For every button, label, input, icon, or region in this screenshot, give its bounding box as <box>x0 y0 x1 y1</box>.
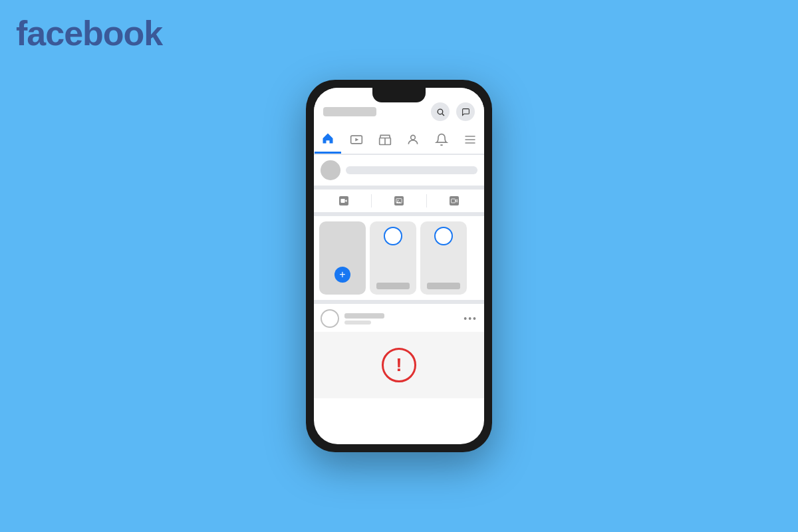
post-user-details <box>344 313 384 325</box>
messenger-icon[interactable] <box>456 102 475 121</box>
search-icon[interactable] <box>431 102 450 121</box>
stories-section: + <box>314 216 484 304</box>
story-card-1[interactable] <box>370 221 416 295</box>
nav-marketplace[interactable] <box>372 129 398 153</box>
error-area: ! <box>314 332 484 398</box>
create-room-button[interactable] <box>430 194 479 208</box>
svg-rect-10 <box>340 199 344 203</box>
top-icons <box>431 102 475 121</box>
post-more-button[interactable]: ••• <box>464 313 477 324</box>
story-name-1 <box>376 283 410 289</box>
live-video-icon <box>339 196 348 205</box>
photo-video-icon <box>394 196 404 205</box>
svg-marker-3 <box>355 138 358 141</box>
story-input-bar <box>314 155 484 190</box>
nav-profile[interactable] <box>400 129 426 153</box>
error-icon: ! <box>382 348 416 382</box>
story-avatar-1 <box>384 227 402 245</box>
post-user-avatar <box>321 309 339 328</box>
svg-rect-13 <box>451 199 455 203</box>
phone-body: + <box>306 80 492 452</box>
live-video-button[interactable] <box>319 194 368 208</box>
add-story-icon: + <box>334 267 350 283</box>
phone-notch <box>372 88 426 102</box>
svg-line-1 <box>442 113 444 115</box>
story-card-2[interactable] <box>420 221 467 295</box>
nav-home[interactable] <box>315 128 341 154</box>
post-time-bar <box>344 321 371 325</box>
user-avatar-small <box>321 160 340 180</box>
username-placeholder <box>323 107 376 116</box>
phone-mockup: + <box>306 80 492 452</box>
post-section: ••• <box>314 304 484 328</box>
facebook-logo: facebook <box>16 13 162 53</box>
divider-2 <box>426 194 427 207</box>
nav-watch[interactable] <box>343 129 370 153</box>
whats-on-your-mind-input[interactable] <box>346 166 477 174</box>
story-avatar-2 <box>434 227 453 245</box>
post-user-info <box>321 309 384 328</box>
svg-point-12 <box>398 200 399 201</box>
phone-screen: + <box>314 88 484 444</box>
photo-video-button[interactable] <box>374 194 424 208</box>
divider-1 <box>371 194 372 207</box>
nav-bar <box>314 125 484 155</box>
action-row <box>314 190 484 216</box>
nav-notifications[interactable] <box>428 129 455 153</box>
room-icon <box>450 196 459 205</box>
post-header: ••• <box>321 309 477 328</box>
nav-menu[interactable] <box>457 129 483 153</box>
story-name-2 <box>427 283 460 289</box>
add-story-card[interactable]: + <box>319 221 366 295</box>
svg-point-0 <box>438 109 443 114</box>
svg-point-6 <box>411 135 416 140</box>
post-username-bar <box>344 313 384 319</box>
